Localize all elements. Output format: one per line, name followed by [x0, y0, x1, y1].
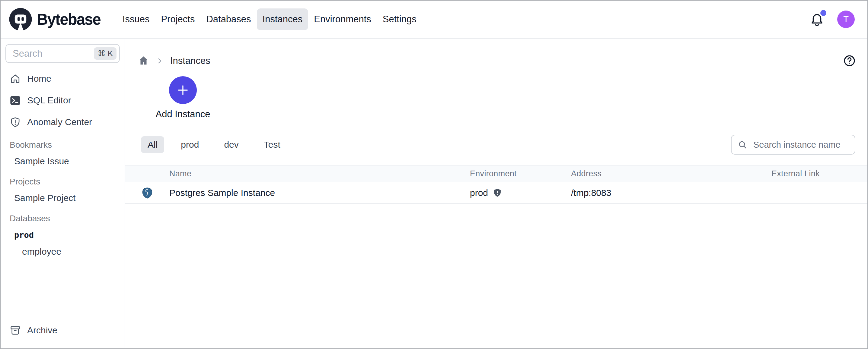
archive-icon: [10, 325, 21, 336]
logo-wordmark: Bytebase: [37, 10, 100, 28]
main-nav: Issues Projects Databases Instances Envi…: [117, 8, 422, 30]
sidebar-section-projects: Projects: [5, 170, 120, 189]
filter-tab-prod[interactable]: prod: [172, 136, 207, 153]
instance-row-postgres-sample[interactable]: Postgres Sample Instance prod /tmp:8083: [125, 182, 867, 204]
topbar-right-actions: T: [809, 10, 855, 28]
notifications-bell-button[interactable]: [809, 11, 825, 27]
instances-page: Instances Add Instance: [125, 39, 867, 348]
header-cell-address: Address: [571, 169, 771, 178]
chevron-right-icon: [156, 57, 163, 65]
nav-item-settings[interactable]: Settings: [377, 8, 422, 30]
add-instance-label: Add Instance: [155, 109, 211, 120]
notification-unread-dot: [820, 10, 826, 16]
sidebar-item-archive[interactable]: Archive: [5, 319, 120, 341]
breadcrumb: Instances: [138, 55, 210, 66]
add-instance-circle[interactable]: [169, 76, 197, 104]
engine-icon-cell: [125, 187, 169, 199]
bytebase-app-window: Bytebase Issues Projects Databases Insta…: [0, 0, 868, 349]
nav-item-environments[interactable]: Environments: [308, 8, 377, 30]
nav-item-issues[interactable]: Issues: [117, 8, 155, 30]
header-cell-environment: Environment: [470, 169, 571, 178]
filter-tab-test[interactable]: Test: [255, 136, 289, 153]
user-avatar[interactable]: T: [837, 10, 855, 28]
shield-alert-icon: [10, 117, 21, 128]
add-instance-button[interactable]: Add Instance: [155, 76, 211, 120]
sidebar-item-home[interactable]: Home: [5, 68, 120, 90]
sidebar-project-sample-project[interactable]: Sample Project: [5, 189, 120, 206]
home-icon: [10, 73, 21, 84]
environment-label: prod: [470, 188, 488, 198]
sidebar-search-box[interactable]: ⌘ K: [5, 44, 120, 63]
environment-cell: prod: [470, 188, 571, 198]
sidebar-database-env-prod[interactable]: prod: [5, 226, 120, 243]
nav-item-instances[interactable]: Instances: [257, 8, 308, 30]
header-cell-name: Name: [169, 169, 470, 178]
sidebar: ⌘ K Home SQL Editor: [1, 39, 125, 348]
sidebar-item-label: Home: [27, 74, 51, 84]
shield-protected-icon: [493, 188, 502, 198]
instances-table: Name Environment Address External Link: [125, 165, 867, 204]
bytebase-logo[interactable]: Bytebase: [8, 7, 100, 31]
sidebar-database-employee[interactable]: employee: [5, 243, 120, 260]
sidebar-item-anomaly-center[interactable]: Anomaly Center: [5, 111, 120, 133]
bytebase-logo-icon: [8, 7, 33, 31]
environment-filter-tabs: All prod dev Test: [141, 136, 289, 153]
content-header: Instances: [125, 39, 867, 67]
sidebar-item-label: Anomaly Center: [27, 117, 92, 127]
header-cell-external-link: External Link: [771, 169, 867, 178]
sidebar-item-label: SQL Editor: [27, 95, 71, 105]
instance-filter-row: All prod dev Test: [125, 120, 867, 154]
address-cell: /tmp:8083: [571, 188, 771, 198]
instance-search-input[interactable]: [753, 140, 849, 150]
instances-table-header: Name Environment Address External Link: [125, 165, 867, 182]
help-icon: [843, 54, 856, 67]
sidebar-bookmark-sample-issue[interactable]: Sample Issue: [5, 153, 120, 170]
top-navigation-bar: Bytebase Issues Projects Databases Insta…: [1, 1, 867, 39]
sidebar-section-bookmarks: Bookmarks: [5, 133, 120, 153]
filter-tab-dev[interactable]: dev: [216, 136, 247, 153]
search-icon: [738, 140, 748, 150]
postgresql-icon: [141, 187, 153, 199]
search-shortcut-kbd: ⌘ K: [94, 47, 117, 60]
help-button[interactable]: [843, 54, 856, 67]
instance-name-cell: Postgres Sample Instance: [169, 188, 470, 198]
filter-tab-all[interactable]: All: [141, 136, 164, 153]
instance-search-box[interactable]: [731, 135, 855, 154]
nav-item-databases[interactable]: Databases: [200, 8, 256, 30]
sidebar-search-input[interactable]: [12, 48, 94, 59]
plus-icon: [176, 83, 190, 97]
breadcrumb-current: Instances: [170, 56, 210, 66]
sidebar-spacer: [5, 260, 120, 319]
breadcrumb-home-icon[interactable]: [138, 55, 149, 66]
nav-item-projects[interactable]: Projects: [155, 8, 200, 30]
terminal-icon: [10, 95, 21, 106]
sidebar-item-label: Archive: [27, 325, 57, 336]
sidebar-item-sql-editor[interactable]: SQL Editor: [5, 90, 120, 111]
sidebar-section-databases: Databases: [5, 206, 120, 226]
